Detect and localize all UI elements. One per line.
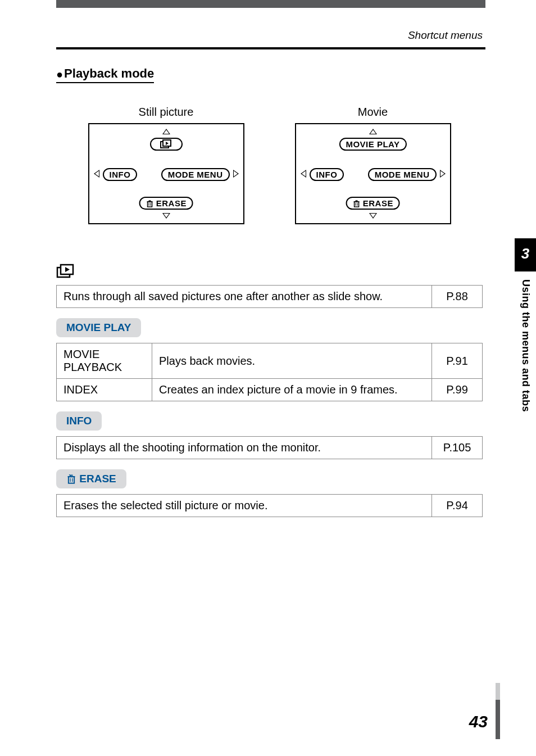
table-row: Runs through all saved pictures one afte… xyxy=(57,286,483,308)
slideshow-desc: Runs through all saved pictures one afte… xyxy=(57,286,432,308)
triangle-right-icon xyxy=(233,170,239,178)
triangle-left-icon xyxy=(94,170,99,178)
movie-play-table: MOVIE PLAYBACK Plays back movies. P.91 I… xyxy=(56,343,483,401)
table-row: Erases the selected still picture or mov… xyxy=(57,495,483,517)
triangle-left-icon xyxy=(301,170,306,178)
info-page: P.105 xyxy=(432,437,483,459)
diagram-still-title: Still picture xyxy=(88,106,244,119)
pill-slideshow xyxy=(150,138,183,151)
page-bar-icon xyxy=(496,700,500,739)
slideshow-icon xyxy=(160,139,172,148)
row-desc: Creates an index picture of a movie in 9… xyxy=(152,379,432,401)
diagram-still-box: INFO MODE MENU ERASE xyxy=(88,123,244,224)
slideshow-table: Runs through all saved pictures one afte… xyxy=(56,285,483,308)
section-title-text: Playback mode xyxy=(64,66,154,80)
row-key: INDEX xyxy=(57,379,152,401)
trash-icon xyxy=(146,200,153,207)
erase-label: ERASE xyxy=(156,198,187,208)
diagram-row: Still picture INFO MODE MENU ERA xyxy=(56,106,483,224)
diagram-movie-title: Movie xyxy=(295,106,451,119)
table-row: INDEX Creates an index picture of a movi… xyxy=(57,379,483,401)
category-erase: ERASE xyxy=(56,469,126,488)
trash-icon xyxy=(66,474,76,484)
pill-info: INFO xyxy=(310,168,344,181)
category-movie-play: MOVIE PLAY xyxy=(56,318,141,337)
bullet-icon: ● xyxy=(56,68,63,80)
diagram-movie-box: MOVIE PLAY INFO MODE MENU ERASE xyxy=(295,123,451,224)
info-desc: Displays all the shooting information on… xyxy=(57,437,432,459)
pill-mode-menu: MODE MENU xyxy=(368,168,437,181)
erase-heading-label: ERASE xyxy=(79,473,116,485)
erase-page: P.94 xyxy=(432,495,483,517)
triangle-down-icon xyxy=(369,213,377,219)
erase-desc: Erases the selected still picture or mov… xyxy=(57,495,432,517)
row-page: P.91 xyxy=(432,343,483,379)
top-bar xyxy=(56,0,485,8)
svg-rect-3 xyxy=(147,202,152,207)
row-desc: Plays back movies. xyxy=(152,343,432,379)
slideshow-page: P.88 xyxy=(432,286,483,308)
svg-rect-8 xyxy=(354,202,358,207)
chapter-title: Using the menus and tabs xyxy=(520,279,532,412)
chapter-number: 3 xyxy=(515,238,536,271)
diagram-still: Still picture INFO MODE MENU ERA xyxy=(88,106,244,224)
erase-table: Erases the selected still picture or mov… xyxy=(56,494,483,517)
pill-movie-play: MOVIE PLAY xyxy=(339,138,406,151)
pill-erase: ERASE xyxy=(346,197,400,210)
side-tab: 3 Using the menus and tabs xyxy=(515,238,536,412)
svg-rect-16 xyxy=(69,477,74,483)
table-row: MOVIE PLAYBACK Plays back movies. P.91 xyxy=(57,343,483,379)
triangle-down-icon xyxy=(162,213,170,219)
pill-mode-menu: MODE MENU xyxy=(161,168,230,181)
table-row: Displays all the shooting information on… xyxy=(57,437,483,459)
category-info: INFO xyxy=(56,411,102,431)
triangle-up-icon xyxy=(162,129,170,134)
diagram-movie: Movie MOVIE PLAY INFO MODE MENU ERASE xyxy=(295,106,451,224)
slideshow-icon xyxy=(56,264,75,278)
triangle-up-icon xyxy=(369,129,377,134)
pill-info: INFO xyxy=(103,168,138,181)
trash-icon xyxy=(352,200,360,207)
row-key: MOVIE PLAYBACK xyxy=(57,343,152,379)
row-page: P.99 xyxy=(432,379,483,401)
erase-label: ERASE xyxy=(363,198,393,208)
slideshow-heading xyxy=(56,264,483,280)
page-number: 43 xyxy=(469,712,488,731)
pill-erase: ERASE xyxy=(139,197,193,210)
section-heading: ●Playback mode xyxy=(56,66,154,83)
breadcrumb: Shortcut menus xyxy=(0,29,483,42)
info-table: Displays all the shooting information on… xyxy=(56,436,483,459)
triangle-right-icon xyxy=(440,170,446,178)
